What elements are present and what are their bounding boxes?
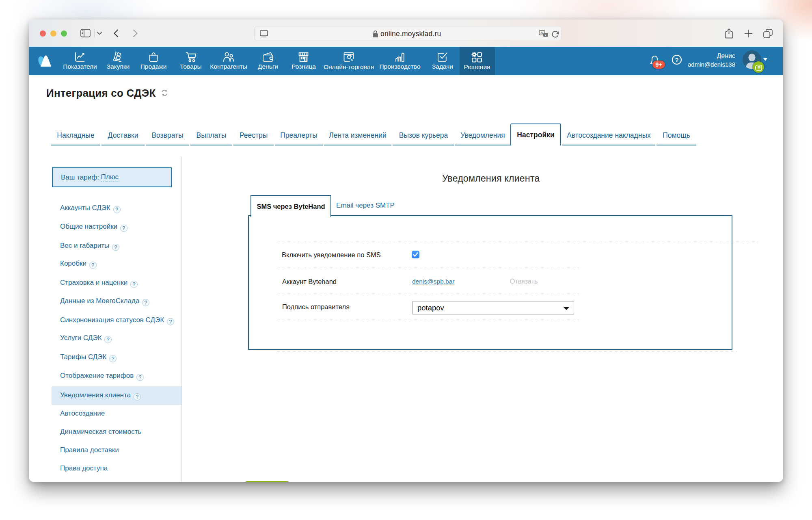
svg-text:x: x [545,33,547,37]
svg-text:A: A [540,31,543,35]
